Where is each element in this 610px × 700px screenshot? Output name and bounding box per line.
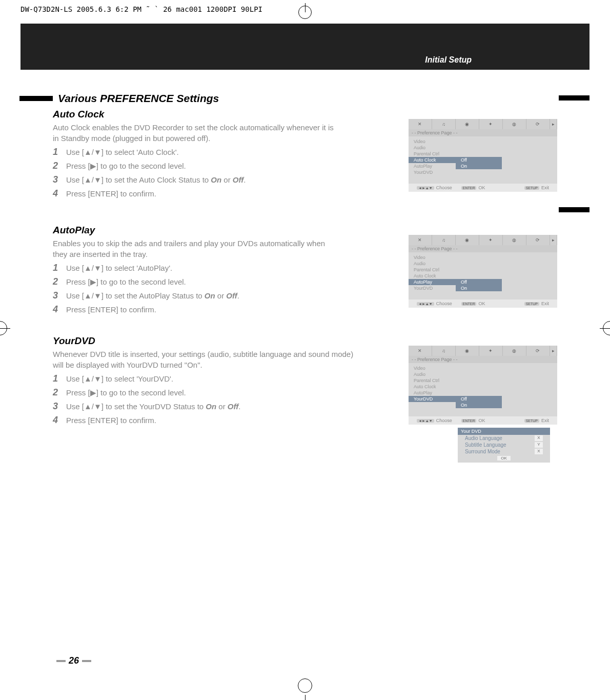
setup-key: SETUP — [524, 186, 539, 190]
popup-label: Surround Mode — [465, 449, 500, 454]
menu-item-selected: AutoPlay — [409, 279, 456, 285]
menu-item: AutoPlay — [409, 163, 456, 169]
menu-option: On — [456, 402, 502, 408]
accent-bar-1 — [559, 95, 589, 101]
step-number: 1 — [53, 147, 66, 157]
tab-icon-4: ✦ — [479, 235, 503, 245]
arrows-key: ◄►▲▼ — [417, 419, 434, 423]
menu-footer: ◄►▲▼Choose ENTEROK SETUPExit — [409, 416, 557, 425]
subsection-autoplay: AutoPlay Enables you to skip the ads and… — [53, 225, 557, 315]
popup-ok: OK — [497, 456, 511, 461]
tab-icon-2: ♫ — [432, 119, 456, 129]
header-band: Initial Setup — [21, 24, 589, 70]
autoplay-title: AutoPlay — [53, 225, 557, 236]
menu-tabs: ✕ ♫ ◉ ✦ ◍ ⟳ ▸ — [409, 119, 557, 129]
menu-option: On — [456, 285, 502, 291]
footer-exit: Exit — [541, 185, 549, 190]
yourdvd-desc: Whenever DVD title is inserted, your set… — [53, 349, 355, 370]
crop-mark-right — [600, 318, 610, 338]
tab-icon-4: ✦ — [479, 119, 503, 129]
menu-subtitle: - - Preference Page - - — [409, 245, 557, 252]
section-heading: Various PREFERENCE Settings — [53, 92, 557, 105]
enter-key: ENTER — [461, 302, 477, 306]
menu-item: Video — [409, 365, 456, 371]
menu-item: Video — [409, 254, 456, 261]
heading-bar — [19, 96, 53, 101]
menu-subtitle: - - Preference Page - - — [409, 129, 557, 136]
popup-val: X — [535, 435, 543, 441]
step-number: 4 — [53, 188, 66, 199]
popup-val: X — [535, 449, 543, 454]
menu-footer: ◄►▲▼Choose ENTEROK SETUPExit — [409, 299, 557, 308]
menu-panel-yourdvd: ✕ ♫ ◉ ✦ ◍ ⟳ ▸ - - Preference Page - - Vi… — [409, 346, 557, 425]
menu-option: On — [456, 163, 502, 169]
menu-item: Parental Ctrl — [409, 151, 456, 157]
footer-ok: OK — [478, 418, 485, 423]
footer-exit: Exit — [541, 301, 549, 306]
popup-header: Your DVD — [458, 428, 550, 435]
step-number: 2 — [53, 276, 66, 287]
menu-item-selected: Auto Clock — [409, 157, 456, 163]
menu-footer: ◄►▲▼Choose ENTEROK SETUPExit — [409, 184, 557, 192]
page-number-text: 26 — [69, 655, 79, 666]
tab-icon-2: ♫ — [432, 346, 456, 356]
menu-item: Parental Ctrl — [409, 267, 456, 273]
step-number: 1 — [53, 373, 66, 384]
tab-icon-1: ✕ — [409, 235, 432, 245]
menu-option: Off — [456, 396, 502, 402]
menu-item-selected: YourDVD — [409, 396, 456, 402]
breadcrumb: Initial Setup — [425, 55, 472, 65]
step-number: 4 — [53, 415, 66, 426]
popup-val: Y — [535, 442, 543, 448]
menu-body: Video Audio Parental Ctrl Auto ClockOff … — [409, 136, 557, 184]
arrows-key: ◄►▲▼ — [417, 302, 434, 306]
menu-item: Video — [409, 138, 456, 145]
tab-icon-1: ✕ — [409, 119, 432, 129]
crop-mark-left — [0, 318, 10, 338]
menu-item: Auto Clock — [409, 384, 456, 390]
menu-tabs: ✕ ♫ ◉ ✦ ◍ ⟳ ▸ — [409, 346, 557, 356]
tab-icon-3: ◉ — [456, 119, 479, 129]
tab-icon-6: ⟳ — [526, 346, 550, 356]
menu-item: Auto Clock — [409, 273, 456, 279]
auto-clock-title: Auto Clock — [53, 109, 557, 120]
tab-icon-6: ⟳ — [526, 235, 550, 245]
crop-mark-bottom — [295, 685, 315, 700]
enter-key: ENTER — [461, 419, 477, 423]
menu-item: YourDVD — [409, 285, 456, 291]
footer-choose: Choose — [436, 185, 452, 190]
menu-item: Audio — [409, 371, 456, 377]
step-number: 4 — [53, 304, 66, 315]
popup-label: Audio Language — [465, 435, 502, 441]
step-number: 3 — [53, 290, 66, 301]
tab-icon-7: ▸ — [550, 119, 557, 129]
popup-row: Surround ModeX — [458, 448, 550, 455]
arrows-key: ◄►▲▼ — [417, 186, 434, 190]
popup-label: Subtitle Language — [465, 442, 506, 448]
tab-icon-6: ⟳ — [526, 119, 550, 129]
menu-panel-auto-clock: ✕ ♫ ◉ ✦ ◍ ⟳ ▸ - - Preference Page - - Vi… — [409, 119, 557, 192]
menu-item — [409, 402, 456, 408]
footer-choose: Choose — [436, 418, 452, 423]
subsection-yourdvd: YourDVD Whenever DVD title is inserted, … — [53, 335, 557, 426]
setup-key: SETUP — [524, 419, 539, 423]
menu-item: Parental Ctrl — [409, 377, 456, 384]
menu-item: YourDVD — [409, 169, 456, 175]
menu-item: AutoPlay — [409, 390, 456, 396]
menu-subtitle: - - Preference Page - - — [409, 356, 557, 363]
yourdvd-title: YourDVD — [53, 335, 557, 347]
step-number: 1 — [53, 263, 66, 273]
popup-row: Audio LanguageX — [458, 435, 550, 442]
menu-option: Off — [456, 279, 502, 285]
footer-exit: Exit — [541, 418, 549, 423]
subsection-auto-clock: Auto Clock Auto Clock enables the DVD Re… — [53, 109, 557, 199]
step-number: 3 — [53, 174, 66, 185]
step-number: 2 — [53, 387, 66, 398]
tab-icon-4: ✦ — [479, 346, 503, 356]
page-dash-left — [56, 660, 66, 662]
footer-choose: Choose — [436, 301, 452, 306]
autoplay-desc: Enables you to skip the ads and trailers… — [53, 238, 340, 259]
footer-ok: OK — [478, 185, 485, 190]
tab-icon-5: ◍ — [503, 119, 526, 129]
step-number: 2 — [53, 161, 66, 171]
